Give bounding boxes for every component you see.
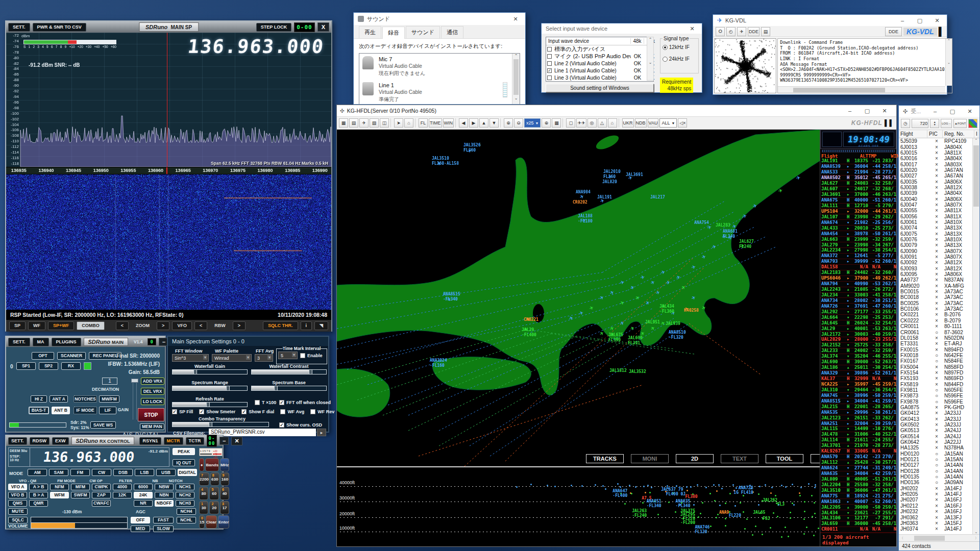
checkbox-show-smeter[interactable]: ✓Show Smeter (199, 409, 235, 414)
nbw-button[interactable]: NBW (155, 484, 174, 490)
contact-row[interactable]: JH0232×JA16FJ (899, 509, 979, 514)
fft-off-checkbox[interactable]: ✓FFT off when closed (279, 400, 331, 405)
zap-button[interactable]: ZAP (92, 492, 111, 498)
time-filter-icon[interactable]: TIME (429, 118, 442, 128)
contact-row[interactable]: FX9878○N596FE (899, 398, 979, 404)
flight-row[interactable]: JAL2123▴26151-33262/ 91 (820, 415, 896, 421)
nr-button[interactable]: NR (134, 500, 153, 507)
exw-button[interactable]: EXW (52, 437, 69, 445)
flight-row[interactable]: ANA329▴39896-52261/150 (820, 371, 896, 377)
radio-24khz[interactable]: 24kHz IF (663, 56, 696, 62)
contact-row[interactable]: FX5193×N869FD (899, 375, 979, 381)
key-2200[interactable]: 72200 (199, 472, 209, 486)
map-button-moni[interactable]: MONI (631, 454, 669, 463)
minimize-icon[interactable]: – (841, 105, 859, 116)
sqlc-button[interactable]: SQLC (8, 517, 28, 523)
mode-usb-button[interactable]: USB (156, 469, 176, 476)
flight-row[interactable]: DAL158N/AN/AN/A (820, 265, 896, 270)
flight-row[interactable]: JAL2152▾25725-33258/ 93 (820, 343, 896, 348)
opt-button[interactable]: OPT (32, 352, 54, 360)
report-icon[interactable]: ▧ (370, 118, 379, 128)
contact-row[interactable]: FX0018○N642FE (899, 353, 979, 358)
flight-row[interactable]: JAL434▾23621-27255/109 (820, 510, 896, 516)
wave-device-row[interactable]: 標準の入力デバイス (546, 45, 653, 53)
flight-row[interactable]: JAL645H26024-32254/111 (820, 320, 896, 326)
contact-row[interactable]: HD0135○JA14AN (899, 474, 979, 480)
font-icon[interactable]: ▲FONT (953, 119, 967, 128)
aircraft-icon[interactable]: ✈ (752, 203, 758, 209)
contact-row[interactable]: GK0513×JA24JJ (899, 428, 979, 433)
contact-row[interactable]: BC0025×JA73AC (899, 300, 979, 306)
zoom-out-button[interactable]: < (116, 321, 129, 330)
decimation-value[interactable]: 1 (102, 378, 117, 385)
sett-button[interactable]: SETT. (8, 437, 27, 445)
contact-row[interactable]: CR0061○87-3602 (899, 329, 979, 335)
aircraft-icon[interactable]: ✈ (629, 285, 635, 291)
contact-row[interactable]: JH0362×JA13FJ (899, 514, 979, 520)
fl-filter-icon[interactable]: FL (419, 118, 428, 128)
frequency-scale[interactable]: 1369351369401369451369501369551369601369… (6, 167, 331, 174)
flight-row[interactable]: NCA225▸35997-45259/138 (820, 382, 896, 388)
aircraft-icon[interactable]: ✈ (578, 310, 584, 317)
wave-device-row[interactable]: Line 2 (Virtual Audio Cable)OKOK (546, 60, 653, 67)
csv-browse-button[interactable]: ▸ (317, 429, 326, 436)
flight-row[interactable]: JAL112▴25428-30257/116 (820, 460, 896, 466)
contact-row[interactable]: 6J0092×JA812X (899, 260, 979, 265)
minimize-icon[interactable]: – (894, 15, 911, 26)
contact-row[interactable]: 6J0040×JA806X (899, 196, 979, 202)
checkbox-wf-rev[interactable]: WF Rev (310, 409, 334, 414)
sound-titlebar[interactable]: サウンド ✕ (354, 13, 525, 25)
checkbox-icon[interactable] (547, 76, 552, 80)
slider-spectrum-range[interactable] (172, 386, 248, 391)
flight-row[interactable]: JAL478▸31006-40252/124 (820, 432, 896, 438)
mode-fm-button[interactable]: FM (70, 469, 90, 476)
view-sp-button[interactable]: SP (9, 321, 26, 330)
contact-row[interactable]: GK0413×JA23JJ (899, 416, 979, 422)
flight-row[interactable]: KAL9267H33005N/AN/A (820, 449, 896, 455)
tctr-button[interactable]: TCTR (186, 437, 204, 445)
flight-row[interactable]: ANA1863▸40007-52260/156 (820, 499, 896, 505)
contact-row[interactable]: JH0202×JA14FJ (899, 486, 979, 491)
flight-row[interactable]: ANA674▾21982-25256/ 88 (820, 220, 896, 226)
contact-row[interactable]: CR0011×80-1111 (899, 323, 979, 329)
flight-row[interactable]: ANA635▸34004-42259/125 (820, 471, 896, 477)
contact-row[interactable]: AA9737×N837AN (899, 277, 979, 283)
flight-row[interactable]: JAL115▾14499-10276/ 51 (820, 427, 896, 432)
flight-row[interactable]: JAL114H21611-24255/ 84 (820, 438, 896, 443)
contact-row[interactable]: 6J0076×JA810X (899, 237, 979, 242)
sound-device-item[interactable]: Mic 7Virtual Audio Cable現在利用できません (359, 54, 520, 80)
close-icon[interactable]: ✕ (876, 105, 893, 116)
kgvdl-titlebar[interactable]: ✈ KG-VDL –▢✕ (713, 15, 947, 26)
csv-filename-input[interactable]: SDRuno_PWRSNR.csv (209, 429, 316, 436)
decoder-icon[interactable]: ⛭ (716, 27, 725, 36)
stop-button[interactable]: STOP (138, 408, 164, 421)
flight-row[interactable]: JAL2204H25580-32258/ 94 (820, 482, 896, 488)
lif-button[interactable]: LIF (99, 407, 116, 414)
sp2-button[interactable]: SP2 (39, 362, 58, 370)
aircraft-icon[interactable]: ✈ (619, 320, 625, 327)
mfm-button[interactable]: MFM (71, 484, 90, 490)
flight-row[interactable]: JAL234▴33003-41258/143 (820, 293, 896, 298)
del-vrx-button[interactable]: DEL VRX (141, 388, 164, 395)
pan-up-icon[interactable]: ▲ (479, 118, 488, 128)
mode-lsb-button[interactable]: LSB (135, 469, 154, 476)
flight-row[interactable]: JAL292▾27177-33255/128 (820, 309, 896, 315)
rbw-up-button[interactable]: > (233, 321, 246, 330)
contact-row[interactable]: 6J0079×JA813X (899, 242, 979, 248)
flight-row[interactable]: ANA745▸38996-50259/137 (820, 393, 896, 398)
sett-button[interactable]: SETT. (8, 338, 30, 346)
flight-row[interactable]: JAL2172▸30003-40259/124 (820, 332, 896, 337)
close-button[interactable]: ✕ (231, 437, 242, 445)
zoom-out-icon[interactable]: ⊖ (514, 118, 523, 128)
vdl-hscroll[interactable] (778, 86, 945, 93)
qms-button[interactable]: QMS (8, 500, 27, 507)
fft-window-select[interactable]: Sin^3 (172, 354, 209, 362)
wave-titlebar[interactable]: Select input wave device ✕ (542, 23, 702, 34)
flight-row[interactable]: JAL29▸40001-53263/150 (820, 326, 896, 332)
rbw-down-button[interactable]: < (194, 321, 207, 330)
flight-row[interactable]: ANA251▸32004-39259/129 (820, 421, 896, 427)
ant-b-button[interactable]: ANT B (52, 407, 70, 414)
flight-row[interactable]: JAL186▴25011-30254/103 (820, 365, 896, 371)
wf-palette-select[interactable]: Winrad (212, 354, 252, 362)
flight-row[interactable]: ANA8515▸34004-41259/137 (820, 398, 896, 404)
